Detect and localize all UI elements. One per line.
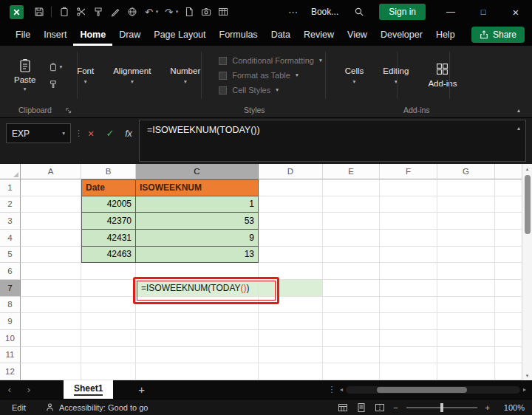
- cell-H4[interactable]: [495, 230, 522, 247]
- scroll-left-icon[interactable]: ◂: [340, 386, 343, 393]
- cell-C2[interactable]: 1: [136, 196, 259, 213]
- accessibility-status[interactable]: Accessibility: Good to go: [45, 402, 148, 412]
- cell-H3[interactable]: [495, 213, 522, 230]
- document-icon[interactable]: [180, 0, 197, 24]
- tab-data[interactable]: Data: [265, 24, 297, 46]
- column-header-C[interactable]: C: [136, 164, 259, 179]
- cell-H1[interactable]: [495, 179, 522, 196]
- cell-C7-formula[interactable]: =ISOWEEKNUM(TODAY()): [136, 280, 259, 297]
- font-group-button[interactable]: Font ▾: [67, 46, 103, 105]
- row-header-12[interactable]: 12: [0, 363, 21, 380]
- zoom-slider-thumb[interactable]: [440, 403, 443, 412]
- sheet-tab-sheet1[interactable]: Sheet1: [64, 380, 113, 399]
- cell-A6[interactable]: [21, 263, 81, 280]
- cell-D2[interactable]: [259, 196, 323, 213]
- cell-A3[interactable]: [21, 213, 81, 230]
- alignment-group-button[interactable]: Alignment ▾: [103, 46, 160, 105]
- cell-F11[interactable]: [380, 347, 437, 364]
- excel-app-icon[interactable]: [10, 5, 24, 19]
- tab-developer[interactable]: Developer: [374, 24, 429, 46]
- tab-help[interactable]: Help: [429, 24, 462, 46]
- cell-C10[interactable]: [136, 330, 259, 347]
- tab-home[interactable]: Home: [73, 24, 112, 46]
- cell-A5[interactable]: [21, 247, 81, 264]
- cell-C3[interactable]: 53: [136, 213, 259, 230]
- horizontal-scroll-track[interactable]: [346, 386, 520, 394]
- select-all-corner[interactable]: [0, 164, 21, 179]
- horizontal-scrollbar[interactable]: ◂ ▸: [340, 386, 526, 394]
- cell-E6[interactable]: [323, 263, 380, 280]
- row-header-10[interactable]: 10: [0, 330, 21, 347]
- row-header-8[interactable]: 8: [0, 297, 21, 314]
- cell-D6[interactable]: [259, 263, 323, 280]
- sheet-nav-right-icon[interactable]: ›: [19, 384, 38, 395]
- addins-button[interactable]: Add-ins: [418, 46, 466, 105]
- format-as-table-button[interactable]: Format as Table ▾: [219, 71, 321, 80]
- cell-D10[interactable]: [259, 330, 323, 347]
- cell-C9[interactable]: [136, 313, 259, 330]
- tab-page-layout[interactable]: Page Layout: [147, 24, 212, 46]
- row-header-5[interactable]: 5: [0, 247, 21, 264]
- cell-G11[interactable]: [437, 347, 495, 364]
- cell-B3[interactable]: 42370: [81, 213, 136, 230]
- cell-A11[interactable]: [21, 347, 81, 364]
- collapse-ribbon-icon[interactable]: ▴: [517, 107, 520, 114]
- undo-dropdown-icon[interactable]: ▾: [154, 9, 160, 15]
- cell-F1[interactable]: [380, 179, 437, 196]
- cell-A9[interactable]: [21, 313, 81, 330]
- cell-G5[interactable]: [437, 247, 495, 264]
- cell-D8[interactable]: [259, 297, 323, 314]
- cell-H10[interactable]: [495, 330, 522, 347]
- cell-F2[interactable]: [380, 196, 437, 213]
- horizontal-scroll-thumb[interactable]: [377, 387, 467, 393]
- row-header-2[interactable]: 2: [0, 196, 21, 213]
- cell-C6[interactable]: [136, 263, 259, 280]
- cell-D1[interactable]: [259, 179, 323, 196]
- tab-formulas[interactable]: Formulas: [213, 24, 265, 46]
- name-box[interactable]: EXP ▾: [6, 123, 71, 143]
- maximize-button[interactable]: □: [467, 0, 499, 24]
- cell-G10[interactable]: [437, 330, 495, 347]
- more-commands-icon[interactable]: ⋯: [284, 0, 301, 24]
- cell-B2[interactable]: 42005: [81, 196, 136, 213]
- cell-F8[interactable]: [380, 297, 437, 314]
- cell-E7[interactable]: [323, 280, 380, 297]
- tab-draw[interactable]: Draw: [112, 24, 147, 46]
- cell-E11[interactable]: [323, 347, 380, 364]
- cell-G1[interactable]: [437, 179, 495, 196]
- cell-B10[interactable]: [81, 330, 136, 347]
- cut-icon[interactable]: [72, 0, 89, 24]
- insert-function-button[interactable]: fx: [120, 123, 137, 143]
- cell-E12[interactable]: [323, 363, 380, 380]
- cell-D9[interactable]: [259, 313, 323, 330]
- cell-F4[interactable]: [380, 230, 437, 247]
- sheet-nav-left-icon[interactable]: ‹: [0, 384, 19, 395]
- save-icon[interactable]: [30, 0, 47, 24]
- cell-G4[interactable]: [437, 230, 495, 247]
- cell-F5[interactable]: [380, 247, 437, 264]
- cell-E1[interactable]: [323, 179, 380, 196]
- cell-H8[interactable]: [495, 297, 522, 314]
- column-header-D[interactable]: D: [259, 164, 323, 179]
- cell-F10[interactable]: [380, 330, 437, 347]
- tab-view[interactable]: View: [341, 24, 374, 46]
- tab-file[interactable]: File: [9, 24, 37, 46]
- cell-F9[interactable]: [380, 313, 437, 330]
- cell-D3[interactable]: [259, 213, 323, 230]
- tab-review[interactable]: Review: [297, 24, 341, 46]
- column-header-G[interactable]: G: [437, 164, 495, 179]
- zoom-level[interactable]: 100%: [498, 403, 525, 412]
- sheet-options-icon[interactable]: ⋮: [324, 385, 340, 394]
- cell-F12[interactable]: [380, 363, 437, 380]
- conditional-formatting-button[interactable]: Conditional Formatting ▾: [219, 56, 321, 65]
- name-box-dropdown-icon[interactable]: ▾: [62, 130, 65, 137]
- cell-A2[interactable]: [21, 196, 81, 213]
- scroll-up-icon[interactable]: ▴: [522, 164, 532, 174]
- row-header-9[interactable]: 9: [0, 313, 21, 330]
- cell-G2[interactable]: [437, 196, 495, 213]
- cells-group-button[interactable]: Cells ▾: [335, 46, 374, 105]
- tab-insert[interactable]: Insert: [37, 24, 73, 46]
- pen-icon[interactable]: [106, 0, 123, 24]
- paste-button[interactable]: Paste ▾: [6, 46, 44, 105]
- cell-D7[interactable]: [259, 280, 323, 297]
